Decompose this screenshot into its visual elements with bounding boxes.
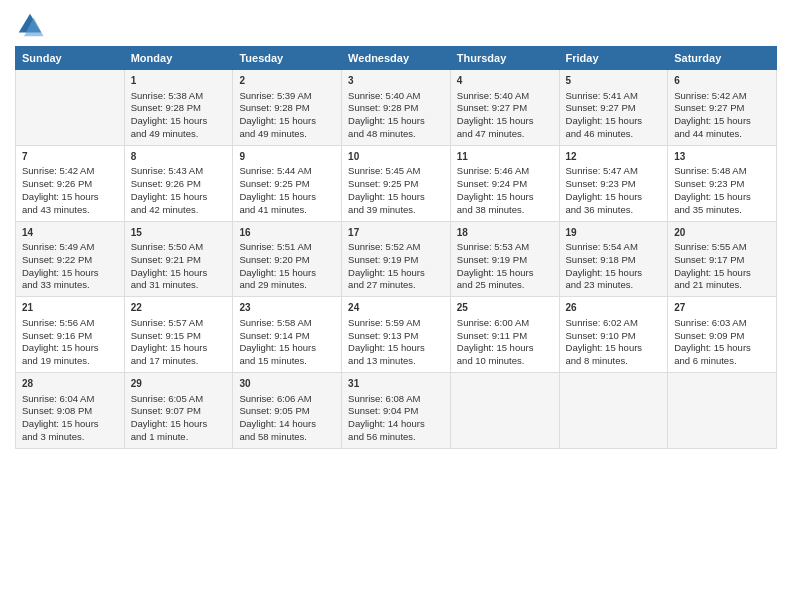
day-info: Daylight: 15 hours xyxy=(457,342,553,355)
day-info: Sunset: 9:20 PM xyxy=(239,254,335,267)
day-info: and 13 minutes. xyxy=(348,355,444,368)
day-info: Daylight: 15 hours xyxy=(239,342,335,355)
day-info: and 46 minutes. xyxy=(566,128,662,141)
calendar-cell: 27Sunrise: 6:03 AMSunset: 9:09 PMDayligh… xyxy=(668,297,777,373)
day-number: 31 xyxy=(348,377,444,391)
day-info: Daylight: 14 hours xyxy=(348,418,444,431)
day-info: Sunrise: 5:53 AM xyxy=(457,241,553,254)
calendar-cell: 8Sunrise: 5:43 AMSunset: 9:26 PMDaylight… xyxy=(124,145,233,221)
header-friday: Friday xyxy=(559,47,668,70)
day-info: Sunset: 9:14 PM xyxy=(239,330,335,343)
header-saturday: Saturday xyxy=(668,47,777,70)
day-info: Sunrise: 5:51 AM xyxy=(239,241,335,254)
calendar-cell: 31Sunrise: 6:08 AMSunset: 9:04 PMDayligh… xyxy=(342,373,451,449)
day-info: Sunset: 9:24 PM xyxy=(457,178,553,191)
day-info: and 6 minutes. xyxy=(674,355,770,368)
day-info: and 41 minutes. xyxy=(239,204,335,217)
day-number: 12 xyxy=(566,150,662,164)
day-number: 28 xyxy=(22,377,118,391)
calendar-cell: 23Sunrise: 5:58 AMSunset: 9:14 PMDayligh… xyxy=(233,297,342,373)
day-info: and 33 minutes. xyxy=(22,279,118,292)
calendar-cell: 22Sunrise: 5:57 AMSunset: 9:15 PMDayligh… xyxy=(124,297,233,373)
week-row-2: 7Sunrise: 5:42 AMSunset: 9:26 PMDaylight… xyxy=(16,145,777,221)
day-info: Sunrise: 6:05 AM xyxy=(131,393,227,406)
day-info: Daylight: 15 hours xyxy=(674,115,770,128)
day-info: Sunset: 9:27 PM xyxy=(566,102,662,115)
day-info: and 10 minutes. xyxy=(457,355,553,368)
day-info: and 23 minutes. xyxy=(566,279,662,292)
week-row-3: 14Sunrise: 5:49 AMSunset: 9:22 PMDayligh… xyxy=(16,221,777,297)
day-info: Sunset: 9:19 PM xyxy=(348,254,444,267)
calendar-cell: 18Sunrise: 5:53 AMSunset: 9:19 PMDayligh… xyxy=(450,221,559,297)
day-info: Sunset: 9:16 PM xyxy=(22,330,118,343)
day-info: Sunset: 9:07 PM xyxy=(131,405,227,418)
day-info: Sunset: 9:05 PM xyxy=(239,405,335,418)
day-number: 29 xyxy=(131,377,227,391)
day-info: Sunset: 9:10 PM xyxy=(566,330,662,343)
calendar-cell: 26Sunrise: 6:02 AMSunset: 9:10 PMDayligh… xyxy=(559,297,668,373)
day-info: and 8 minutes. xyxy=(566,355,662,368)
day-info: and 42 minutes. xyxy=(131,204,227,217)
day-number: 24 xyxy=(348,301,444,315)
calendar-cell: 30Sunrise: 6:06 AMSunset: 9:05 PMDayligh… xyxy=(233,373,342,449)
day-info: Daylight: 15 hours xyxy=(348,191,444,204)
header-wednesday: Wednesday xyxy=(342,47,451,70)
day-info: and 43 minutes. xyxy=(22,204,118,217)
calendar-cell: 14Sunrise: 5:49 AMSunset: 9:22 PMDayligh… xyxy=(16,221,125,297)
calendar-cell: 7Sunrise: 5:42 AMSunset: 9:26 PMDaylight… xyxy=(16,145,125,221)
day-info: Daylight: 15 hours xyxy=(239,267,335,280)
day-info: Sunrise: 5:59 AM xyxy=(348,317,444,330)
day-number: 22 xyxy=(131,301,227,315)
day-info: Sunset: 9:28 PM xyxy=(131,102,227,115)
week-row-1: 1Sunrise: 5:38 AMSunset: 9:28 PMDaylight… xyxy=(16,70,777,146)
day-info: Daylight: 15 hours xyxy=(566,191,662,204)
day-info: Daylight: 15 hours xyxy=(457,115,553,128)
day-info: Daylight: 15 hours xyxy=(239,115,335,128)
day-number: 15 xyxy=(131,226,227,240)
day-info: and 48 minutes. xyxy=(348,128,444,141)
day-info: Daylight: 15 hours xyxy=(22,418,118,431)
day-info: Sunrise: 5:55 AM xyxy=(674,241,770,254)
logo-icon xyxy=(15,10,45,40)
day-info: Sunrise: 5:58 AM xyxy=(239,317,335,330)
day-info: Sunset: 9:04 PM xyxy=(348,405,444,418)
day-info: and 49 minutes. xyxy=(239,128,335,141)
calendar-cell: 5Sunrise: 5:41 AMSunset: 9:27 PMDaylight… xyxy=(559,70,668,146)
calendar-cell: 15Sunrise: 5:50 AMSunset: 9:21 PMDayligh… xyxy=(124,221,233,297)
day-info: Sunrise: 6:08 AM xyxy=(348,393,444,406)
day-info: Sunrise: 5:46 AM xyxy=(457,165,553,178)
calendar-cell xyxy=(668,373,777,449)
day-info: Daylight: 15 hours xyxy=(674,342,770,355)
day-info: Daylight: 15 hours xyxy=(566,115,662,128)
day-info: and 3 minutes. xyxy=(22,431,118,444)
day-info: Sunrise: 5:42 AM xyxy=(674,90,770,103)
day-info: Sunrise: 5:49 AM xyxy=(22,241,118,254)
day-number: 14 xyxy=(22,226,118,240)
day-info: Sunset: 9:08 PM xyxy=(22,405,118,418)
day-info: and 39 minutes. xyxy=(348,204,444,217)
week-row-4: 21Sunrise: 5:56 AMSunset: 9:16 PMDayligh… xyxy=(16,297,777,373)
day-info: Sunrise: 5:44 AM xyxy=(239,165,335,178)
day-number: 16 xyxy=(239,226,335,240)
calendar-cell: 20Sunrise: 5:55 AMSunset: 9:17 PMDayligh… xyxy=(668,221,777,297)
day-info: Sunrise: 5:41 AM xyxy=(566,90,662,103)
day-info: Daylight: 15 hours xyxy=(348,267,444,280)
day-info: and 49 minutes. xyxy=(131,128,227,141)
day-number: 2 xyxy=(239,74,335,88)
day-info: Sunset: 9:17 PM xyxy=(674,254,770,267)
calendar-cell: 17Sunrise: 5:52 AMSunset: 9:19 PMDayligh… xyxy=(342,221,451,297)
day-info: and 21 minutes. xyxy=(674,279,770,292)
day-info: Daylight: 15 hours xyxy=(239,191,335,204)
day-info: Sunset: 9:23 PM xyxy=(566,178,662,191)
calendar-cell: 25Sunrise: 6:00 AMSunset: 9:11 PMDayligh… xyxy=(450,297,559,373)
calendar-cell xyxy=(450,373,559,449)
header-sunday: Sunday xyxy=(16,47,125,70)
day-number: 13 xyxy=(674,150,770,164)
day-info: Daylight: 15 hours xyxy=(457,267,553,280)
calendar-cell: 1Sunrise: 5:38 AMSunset: 9:28 PMDaylight… xyxy=(124,70,233,146)
day-info: Sunset: 9:26 PM xyxy=(131,178,227,191)
day-info: Daylight: 15 hours xyxy=(348,115,444,128)
day-info: and 35 minutes. xyxy=(674,204,770,217)
day-number: 27 xyxy=(674,301,770,315)
day-info: Daylight: 15 hours xyxy=(566,267,662,280)
